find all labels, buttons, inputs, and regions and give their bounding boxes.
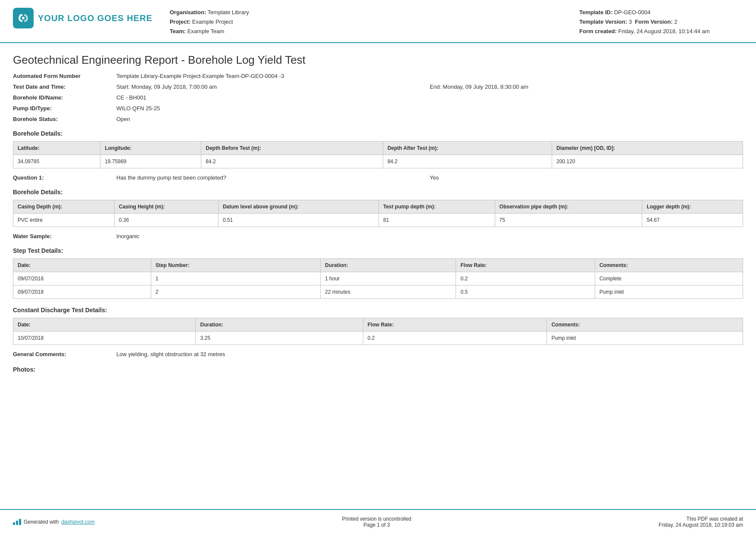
longitude-value: 19.75869 (100, 155, 201, 168)
test-start: Start: Monday, 09 July 2018, 7:00:00 am (116, 84, 430, 90)
casing-depth-value: PVC entire (13, 214, 115, 227)
col-flow-rate: Flow Rate: (456, 259, 595, 272)
borehole-details-1-title: Borehole Details: (13, 130, 743, 137)
step-test-header: Date: Step Number: Duration: Flow Rate: … (13, 259, 743, 272)
footer-left: Generated with dashpivot.com (13, 519, 95, 525)
bar2 (16, 521, 18, 525)
constant-discharge-title: Constant Discharge Test Details: (13, 307, 743, 314)
bar3 (19, 519, 21, 525)
cd1-flow-rate: 0.2 (363, 332, 547, 345)
step-test-title: Step Test Details: (13, 247, 743, 254)
question1-label: Question 1: (13, 174, 116, 181)
col-depth-after: Depth After Test (m): (383, 142, 552, 155)
col-logger-depth: Logger depth (m): (642, 200, 743, 214)
footer-generated-text: Generated with (24, 519, 59, 525)
question1-answer: Yes (430, 174, 743, 181)
obs-pipe-depth-value: 75 (495, 214, 642, 227)
footer-center: Printed version is uncontrolled Page 1 o… (342, 516, 412, 528)
water-sample-label: Water Sample: (13, 233, 116, 239)
header-center: Organisation: Template Library Project: … (153, 8, 579, 36)
bar1 (13, 522, 15, 525)
svg-point-0 (22, 17, 25, 19)
step2-flow-rate: 0.5 (456, 286, 595, 299)
step1-flow-rate: 0.2 (456, 272, 595, 286)
main-content: Geotechnical Engineering Report - Boreho… (0, 43, 756, 509)
form-created-value: Friday, 24 August 2018, 10:14:44 am (618, 28, 709, 34)
step2-date: 09/07/2018 (13, 286, 151, 299)
template-version-value: 3 (629, 19, 632, 25)
template-id-line: Template ID: DP-GEO-0004 (579, 8, 743, 17)
footer-logo-icon (13, 519, 21, 525)
footer-right-line2: Friday, 24 August 2018, 10:19:03 am (659, 522, 743, 528)
question1-row: Question 1: Has the dummy pump test been… (13, 174, 743, 181)
casing-height-value: 0.36 (114, 214, 218, 227)
step2-number: 2 (151, 286, 320, 299)
project-value: Example Project (192, 19, 233, 25)
logger-depth-value: 54.67 (642, 214, 743, 227)
logo-icon (13, 8, 34, 28)
template-id-label: Template ID: (579, 9, 612, 16)
col-casing-depth: Casing Depth (m): (13, 200, 115, 214)
project-label: Project: (170, 19, 191, 25)
datum-level-value: 0.51 (218, 214, 378, 227)
org-label: Organisation: (170, 9, 206, 16)
borehole-details-1-row: 34.09785 19.75869 84.2 84.2 200.120 (13, 155, 743, 168)
depth-before-value: 84.2 (201, 155, 383, 168)
col-comments: Comments: (595, 259, 743, 272)
automated-form-row: Automated Form Number Template Library-E… (13, 73, 743, 79)
col-longitude: Longitude: (100, 142, 201, 155)
cd1-date: 10/07/2018 (13, 332, 196, 345)
pump-id-label: Pump ID/Type: (13, 105, 116, 112)
org-value: Template Library (208, 9, 249, 16)
col-date: Date: (13, 259, 151, 272)
page: YOUR LOGO GOES HERE Organisation: Templa… (0, 0, 756, 534)
template-version-label: Template Version: (579, 19, 627, 25)
water-sample-row: Water Sample: Inorganic (13, 233, 743, 239)
project-line: Project: Example Project (170, 17, 579, 27)
diameter-value: 200.120 (552, 155, 743, 168)
footer-link[interactable]: dashpivot.com (61, 519, 94, 525)
water-sample-value: Inorganic (116, 233, 139, 239)
col-step-number: Step Number: (151, 259, 320, 272)
step1-date: 09/07/2018 (13, 272, 151, 286)
borehole-status-label: Borehole Status: (13, 116, 116, 122)
automated-form-label: Automated Form Number (13, 73, 116, 79)
col-test-pump-depth: Test pump depth (m): (378, 200, 495, 214)
borehole-id-row: Borehole ID/Name: CE - BH001 (13, 94, 743, 101)
step-test-table: Date: Step Number: Duration: Flow Rate: … (13, 258, 743, 299)
logo-svg (17, 12, 30, 25)
footer-right: This PDF was created at Friday, 24 Augus… (659, 516, 743, 528)
borehole-details-2-header: Casing Depth (m): Casing Height (m): Dat… (13, 200, 743, 214)
logo-text: YOUR LOGO GOES HERE (38, 13, 153, 23)
step-test-row-1: 09/07/2018 1 1 hour 0.2 Complete (13, 272, 743, 286)
col-obs-pipe-depth: Observation pipe depth (m): (495, 200, 642, 214)
col-casing-height: Casing Height (m): (114, 200, 218, 214)
footer: Generated with dashpivot.com Printed ver… (0, 509, 756, 534)
logo-area: YOUR LOGO GOES HERE (13, 8, 153, 28)
col-depth-before: Depth Before Test (m): (201, 142, 383, 155)
version-line: Template Version: 3 Form Version: 2 (579, 17, 743, 27)
constant-discharge-header: Date: Duration: Flow Rate: Comments: (13, 318, 743, 332)
step1-number: 1 (151, 272, 320, 286)
step2-comments: Pump inlet (595, 286, 743, 299)
step2-duration: 22 minutes (321, 286, 456, 299)
col-diameter: Diameter (mm) [OD, ID]: (552, 142, 743, 155)
borehole-details-1-table: Latitude: Longitude: Depth Before Test (… (13, 141, 743, 168)
team-line: Team: Example Team (170, 27, 579, 36)
form-created-label: Form created: (579, 28, 617, 34)
test-end: End: Monday, 09 July 2018, 8:30:00 am (430, 84, 743, 90)
constant-discharge-table: Date: Duration: Flow Rate: Comments: 10/… (13, 318, 743, 345)
question1-text: Has the dummy pump test been completed? (116, 174, 430, 181)
test-date-row: Test Date and Time: Start: Monday, 09 Ju… (13, 84, 743, 90)
test-date-label: Test Date and Time: (13, 84, 116, 90)
footer-center-line1: Printed version is uncontrolled (342, 516, 412, 522)
photos-title: Photos: (13, 366, 743, 373)
borehole-details-1-header: Latitude: Longitude: Depth Before Test (… (13, 142, 743, 155)
col-cd-flow-rate: Flow Rate: (363, 318, 547, 332)
general-comments-label: General Comments: (13, 351, 116, 357)
report-title: Geotechnical Engineering Report - Boreho… (13, 53, 743, 67)
team-value: Example Team (187, 28, 225, 34)
step1-comments: Complete (595, 272, 743, 286)
cd1-duration: 3.25 (196, 332, 363, 345)
col-cd-date: Date: (13, 318, 196, 332)
